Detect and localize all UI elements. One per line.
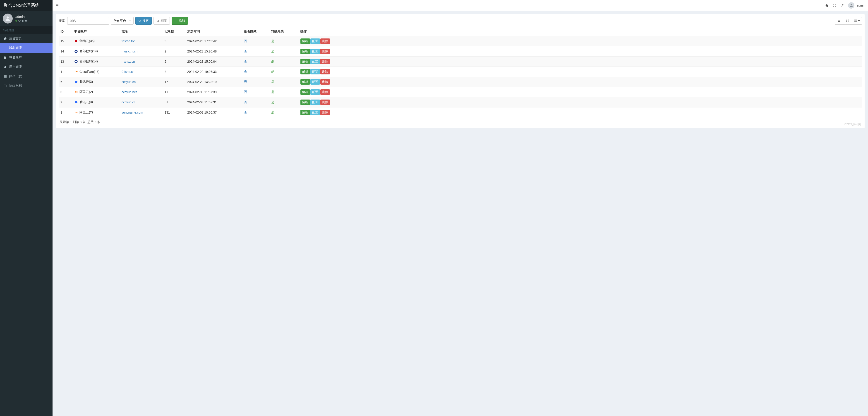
cell-hidden: 否	[242, 77, 269, 87]
table-row: 2腾讯云(3)cccyun.cc512024-02-03 11:07:31否是解…	[59, 97, 862, 107]
delete-button[interactable]: 删除	[320, 89, 330, 95]
nav-header: 功能导航	[0, 26, 53, 34]
svg-rect-6	[854, 21, 855, 21]
switch-value[interactable]: 是	[271, 60, 274, 63]
svg-rect-7	[855, 21, 856, 21]
switch-value[interactable]: 是	[271, 100, 274, 104]
th-switch[interactable]: 对接开关	[269, 27, 299, 36]
sidebar-item-logs[interactable]: 操作日志	[0, 72, 53, 81]
hidden-value[interactable]: 否	[244, 90, 247, 94]
delete-button[interactable]: 删除	[320, 49, 330, 54]
cell-records: 11	[163, 87, 185, 97]
tencent-icon	[74, 100, 78, 104]
sidebar-item-api[interactable]: 接口文档	[0, 81, 53, 91]
hidden-value[interactable]: 否	[244, 49, 247, 53]
cell-platform: 西部数码(14)	[72, 46, 120, 57]
brand-title: 聚合DNS管理系统	[0, 0, 53, 11]
config-button[interactable]: 配置	[310, 110, 320, 115]
delete-button[interactable]: 删除	[320, 38, 330, 44]
delete-button[interactable]: 删除	[320, 100, 330, 105]
domain-link[interactable]: cccyun.cn	[122, 80, 135, 84]
cell-domain: cccyun.cc	[120, 97, 163, 107]
hidden-value[interactable]: 否	[244, 110, 247, 114]
search-button[interactable]: 搜索	[135, 17, 152, 25]
platform-select[interactable]: 所有平台	[111, 17, 133, 25]
delete-button[interactable]: 删除	[320, 59, 330, 64]
parse-button[interactable]: 解析	[301, 89, 310, 95]
add-button[interactable]: 添加	[172, 17, 188, 25]
domain-link[interactable]: cccyun.net	[122, 90, 137, 94]
th-time[interactable]: 添加时间	[185, 27, 242, 36]
toolbar: 搜索 所有平台 搜索 刷新 添加	[59, 17, 862, 25]
config-button[interactable]: 配置	[310, 49, 320, 54]
aliyun-icon	[74, 110, 78, 114]
cell-platform: 腾讯云(3)	[72, 77, 120, 87]
hidden-value[interactable]: 否	[244, 70, 247, 73]
domain-link[interactable]: cccyun.cc	[122, 100, 135, 104]
domain-input[interactable]	[67, 17, 109, 25]
delete-button[interactable]: 删除	[320, 69, 330, 74]
accounts-icon	[3, 56, 7, 59]
svg-point-0	[6, 16, 9, 19]
table-row: 11Cloudflare(13)91she.cn42024-02-22 19:0…	[59, 67, 862, 77]
sidebar: 聚合DNS管理系统 admin Online 功能导航 后台首页域名管理域名账户…	[0, 0, 53, 416]
wrench-icon[interactable]	[840, 4, 844, 7]
config-button[interactable]: 配置	[310, 89, 320, 95]
domain-link[interactable]: testae.top	[122, 39, 135, 43]
refresh-button[interactable]: 刷新	[154, 17, 170, 25]
sidebar-item-accounts[interactable]: 域名账户	[0, 53, 53, 62]
parse-button[interactable]: 解析	[301, 49, 310, 54]
cell-actions: 解析配置删除	[299, 57, 862, 67]
switch-value[interactable]: 是	[271, 80, 274, 83]
delete-button[interactable]: 删除	[320, 110, 330, 115]
cell-records: 2	[163, 57, 185, 67]
config-button[interactable]: 配置	[310, 69, 320, 74]
config-button[interactable]: 配置	[310, 59, 320, 64]
parse-button[interactable]: 解析	[301, 69, 310, 74]
th-actions[interactable]: 操作	[299, 27, 862, 36]
columns-icon[interactable]	[852, 17, 862, 25]
sidebar-item-domains[interactable]: 域名管理	[0, 43, 53, 53]
th-domain[interactable]: 域名	[120, 27, 163, 36]
cell-hidden: 否	[242, 57, 269, 67]
switch-value[interactable]: 是	[271, 49, 274, 53]
delete-button[interactable]: 删除	[320, 79, 330, 84]
table-row: 6腾讯云(3)cccyun.cn172024-02-20 14:23:19否是解…	[59, 77, 862, 87]
parse-button[interactable]: 解析	[301, 38, 310, 44]
parse-button[interactable]: 解析	[301, 79, 310, 84]
switch-value[interactable]: 是	[271, 110, 274, 114]
config-button[interactable]: 配置	[310, 38, 320, 44]
card-view-icon[interactable]	[835, 17, 843, 25]
hidden-value[interactable]: 否	[244, 100, 247, 104]
hidden-value[interactable]: 否	[244, 60, 247, 63]
cell-domain: music.hi.cn	[120, 46, 163, 57]
user-name: admin	[16, 15, 27, 19]
sidebar-item-users[interactable]: 用户管理	[0, 62, 53, 72]
th-id[interactable]: ID	[59, 27, 72, 36]
expand-icon[interactable]	[843, 17, 852, 25]
th-hidden[interactable]: 是否隐藏	[242, 27, 269, 36]
th-records[interactable]: 记录数	[163, 27, 185, 36]
domain-link[interactable]: music.hi.cn	[122, 49, 137, 53]
hidden-value[interactable]: 否	[244, 80, 247, 83]
parse-button[interactable]: 解析	[301, 100, 310, 105]
th-platform[interactable]: 平台账户	[72, 27, 120, 36]
domain-link[interactable]: mxhyz.cn	[122, 60, 135, 63]
hidden-value[interactable]: 否	[244, 39, 247, 43]
sidebar-item-dashboard[interactable]: 后台首页	[0, 34, 53, 43]
switch-value[interactable]: 是	[271, 70, 274, 73]
topbar-user[interactable]: admin	[848, 2, 865, 9]
home-icon[interactable]	[825, 4, 829, 7]
switch-value[interactable]: 是	[271, 90, 274, 94]
parse-button[interactable]: 解析	[301, 110, 310, 115]
domain-link[interactable]: 91she.cn	[122, 70, 134, 73]
domain-link[interactable]: yuncname.com	[122, 111, 143, 114]
parse-button[interactable]: 解析	[301, 59, 310, 64]
table-row: 3阿里云(2)cccyun.net112024-02-03 11:07:39否是…	[59, 87, 862, 97]
hamburger-icon[interactable]	[55, 4, 59, 7]
switch-value[interactable]: 是	[271, 39, 274, 43]
nav: 后台首页域名管理域名账户用户管理操作日志接口文档	[0, 34, 53, 91]
config-button[interactable]: 配置	[310, 100, 320, 105]
fullscreen-icon[interactable]	[833, 4, 836, 7]
config-button[interactable]: 配置	[310, 79, 320, 84]
